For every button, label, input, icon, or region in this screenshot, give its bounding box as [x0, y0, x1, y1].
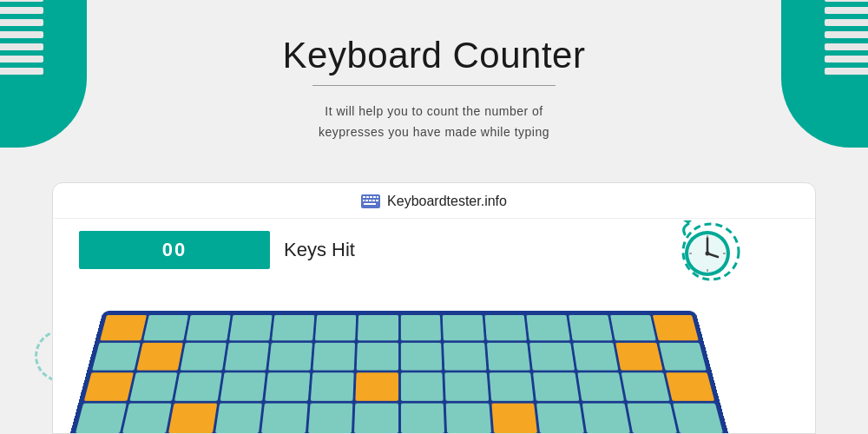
key: [615, 343, 662, 370]
key: [168, 403, 217, 433]
key: [174, 372, 221, 401]
keyboard-illustration: [70, 294, 728, 433]
panel-site-name: Keyboardtester.info: [387, 194, 507, 209]
key: [92, 343, 140, 370]
svg-rect-6: [363, 200, 365, 201]
key: [610, 315, 655, 341]
key: [143, 315, 188, 341]
key: [529, 343, 574, 370]
key: [400, 403, 444, 433]
key: [400, 343, 442, 370]
key: [76, 403, 126, 433]
keys-hit-label: Keys Hit: [284, 239, 355, 261]
key: [673, 403, 723, 433]
key: [224, 343, 268, 370]
key: [443, 315, 484, 341]
key: [446, 403, 491, 433]
key: [627, 403, 676, 433]
key: [261, 403, 307, 433]
key: [186, 315, 230, 341]
key: [129, 372, 177, 401]
svg-rect-9: [372, 200, 375, 201]
key-row-1: [100, 315, 699, 341]
key: [659, 343, 707, 370]
key: [526, 315, 569, 341]
key: [354, 403, 398, 433]
subtitle-line1: It will help you to count the number of: [325, 104, 542, 118]
key: [577, 372, 624, 401]
main-content: Keyboard Counter It will help you to cou…: [0, 0, 868, 143]
key: [491, 403, 537, 433]
key: [272, 315, 314, 341]
key: [215, 403, 262, 433]
counter-row: 00 Keys Hit: [53, 219, 815, 281]
key: [444, 372, 488, 401]
svg-rect-4: [373, 196, 376, 198]
key: [314, 315, 356, 341]
key-row-4: [76, 403, 723, 433]
key-row-2: [92, 343, 707, 370]
key: [312, 343, 355, 370]
svg-rect-2: [366, 196, 369, 198]
key: [84, 372, 134, 401]
key: [357, 343, 398, 370]
key: [573, 343, 619, 370]
svg-rect-11: [364, 203, 376, 205]
svg-rect-10: [376, 200, 378, 201]
key: [181, 343, 227, 370]
key: [582, 403, 630, 433]
key: [308, 403, 353, 433]
key: [358, 315, 398, 341]
clock-icon: [667, 210, 746, 288]
keyboard-body: [70, 311, 728, 433]
keyboard-icon: [361, 194, 380, 208]
svg-rect-5: [377, 196, 378, 198]
key: [484, 315, 527, 341]
key: [569, 315, 613, 341]
key: [355, 372, 398, 401]
key: [136, 343, 183, 370]
title-divider: [312, 85, 556, 86]
svg-rect-3: [370, 196, 372, 198]
key: [489, 372, 534, 401]
key: [400, 315, 441, 341]
key: [100, 315, 146, 341]
key: [536, 403, 583, 433]
key: [122, 403, 172, 433]
key: [265, 372, 310, 401]
key: [268, 343, 312, 370]
key: [665, 372, 714, 401]
key: [229, 315, 273, 341]
key: [533, 372, 579, 401]
svg-rect-8: [369, 200, 372, 201]
counter-panel: Keyboardtester.info 00 Keys Hit: [52, 182, 816, 434]
page-title: Keyboard Counter: [283, 35, 586, 76]
subtitle: It will help you to count the number of …: [319, 102, 549, 143]
key: [444, 343, 486, 370]
counter-display: 00: [79, 231, 270, 269]
key: [487, 343, 530, 370]
svg-rect-7: [365, 200, 368, 201]
key: [621, 372, 669, 401]
clock-container: [667, 210, 746, 288]
key-row-3: [84, 372, 714, 401]
key: [652, 315, 698, 341]
subtitle-line2: keypresses you have made while typing: [319, 125, 549, 139]
svg-rect-1: [363, 196, 365, 198]
key: [400, 372, 443, 401]
key: [220, 372, 266, 401]
svg-point-17: [706, 252, 710, 256]
key: [310, 372, 353, 401]
